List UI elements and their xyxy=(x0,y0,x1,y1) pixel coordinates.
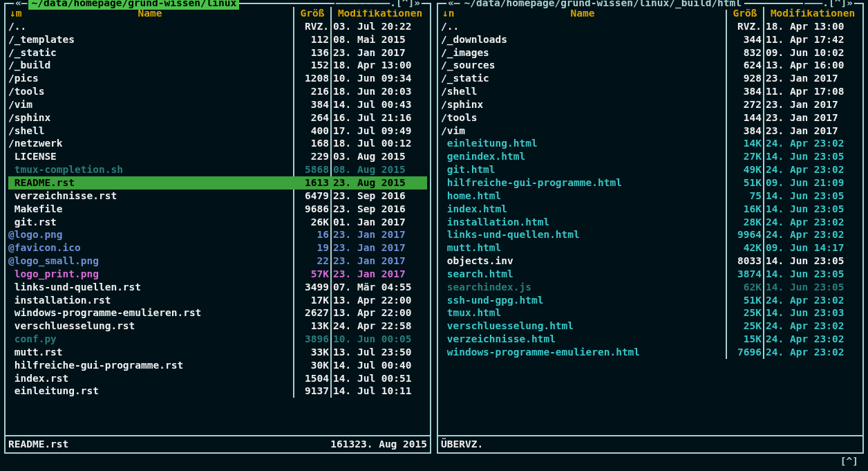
file-row[interactable]: einleitung.rst913714. Jul 10:11 xyxy=(8,385,427,398)
file-row[interactable]: /sphinx26416. Jul 21:16 xyxy=(8,111,427,124)
column-separator xyxy=(330,228,332,241)
file-row[interactable]: verzeichnisse.html15K24. Apr 23:02 xyxy=(441,333,860,346)
file-row[interactable]: LICENSE22903. Aug 2015 xyxy=(8,150,427,163)
file-row[interactable]: tmux.html25K14. Jun 23:03 xyxy=(441,306,860,320)
file-row[interactable]: windows-programme-emulieren.rst262713. A… xyxy=(8,306,427,320)
file-name: /.. xyxy=(441,20,724,33)
file-modified: 14. Jul 10:11 xyxy=(333,385,427,398)
column-separator xyxy=(763,20,764,33)
file-modified: 14. Jul 00:40 xyxy=(333,359,427,372)
file-size: 5868 xyxy=(296,163,329,176)
file-row[interactable]: genindex.html27K14. Jun 23:05 xyxy=(441,150,860,163)
file-row[interactable]: installation.html28K24. Apr 23:02 xyxy=(441,216,860,229)
file-row[interactable]: verschluesselung.rst13K24. Apr 22:58 xyxy=(8,320,427,333)
file-row[interactable]: /shell40017. Jul 09:49 xyxy=(8,124,427,138)
sort-indicator-icon[interactable]: ↓m xyxy=(10,7,21,20)
file-row[interactable]: @favicon.ico1923. Jan 2017 xyxy=(8,241,427,255)
file-row[interactable]: /_static92823. Jan 2017 xyxy=(441,72,860,85)
file-row[interactable]: home.html7514. Jun 23:05 xyxy=(441,190,860,203)
file-row[interactable]: links-und-quellen.html996424. Apr 23:02 xyxy=(441,228,860,241)
file-size: 42K xyxy=(728,241,762,255)
file-row[interactable]: hilfreiche-gui-programme.html51K09. Jun … xyxy=(441,176,860,190)
column-separator xyxy=(726,281,727,294)
file-row[interactable]: /tools21618. Jun 20:03 xyxy=(8,85,427,98)
file-row[interactable]: /shell38411. Apr 17:08 xyxy=(441,85,860,98)
file-row[interactable]: verzeichnisse.rst647923. Sep 2016 xyxy=(8,190,427,203)
file-modified: 03. Aug 2015 xyxy=(333,150,427,163)
left-file-list[interactable]: /..RVZ.03. Jul 20:22/_templates11208. Ma… xyxy=(6,20,430,435)
file-name: /shell xyxy=(8,124,292,138)
file-row[interactable]: searchindex.js62K14. Jun 23:05 xyxy=(441,281,860,294)
file-row[interactable]: installation.rst17K13. Apr 22:00 xyxy=(8,294,427,307)
header-name[interactable]: ↓n Name xyxy=(441,7,724,20)
file-size: 13K xyxy=(296,320,329,333)
file-row[interactable]: hilfreiche-gui-programme.rst30K14. Jul 0… xyxy=(8,359,427,372)
left-panel[interactable]: «— ~/data/homepage/grund-wissen/linux ——… xyxy=(4,3,431,454)
file-modified: 23. Jan 2017 xyxy=(766,72,860,85)
file-name: links-und-quellen.rst xyxy=(8,281,292,294)
file-row[interactable]: ssh-und-gpg.html51K24. Apr 23:02 xyxy=(441,294,860,307)
file-size: 216 xyxy=(296,85,329,98)
file-row[interactable]: /pics120810. Jun 09:34 xyxy=(8,72,427,85)
file-row[interactable]: objects.inv803314. Jun 23:05 xyxy=(441,255,860,268)
file-row[interactable]: mutt.rst33K13. Jul 23:50 xyxy=(8,346,427,359)
column-separator xyxy=(763,228,764,241)
file-row[interactable]: Makefile968623. Sep 2016 xyxy=(8,203,427,216)
file-row[interactable]: /_templates11208. Mai 2015 xyxy=(8,33,427,46)
file-row[interactable]: /..RVZ.03. Jul 20:22 xyxy=(8,20,427,33)
column-separator xyxy=(763,98,764,111)
file-row[interactable]: /..RVZ.18. Apr 13:00 xyxy=(441,20,860,33)
file-row[interactable]: links-und-quellen.rst349907. Mär 04:55 xyxy=(8,281,427,294)
file-row[interactable]: /vim38423. Jan 2017 xyxy=(441,124,860,138)
file-row[interactable]: windows-programme-emulieren.html769624. … xyxy=(441,346,860,359)
file-size: 15K xyxy=(728,333,762,346)
file-row[interactable]: /_build15218. Apr 13:00 xyxy=(8,59,427,72)
right-panel[interactable]: «— ~/data/homepage/grund-wissen/linux/_b… xyxy=(437,3,864,454)
file-size: 33K xyxy=(296,346,329,359)
file-row[interactable]: /_static13623. Jan 2017 xyxy=(8,46,427,59)
file-modified: 16. Jul 21:16 xyxy=(333,111,427,124)
column-separator xyxy=(330,98,332,111)
file-row[interactable]: einleitung.html14K24. Apr 23:02 xyxy=(441,137,860,150)
column-separator xyxy=(293,111,294,124)
file-row[interactable]: conf.py389610. Jun 00:05 xyxy=(8,333,427,346)
title-post-icon[interactable]: —————————.[^]» xyxy=(334,0,422,10)
file-row[interactable]: tmux-completion.sh586808. Aug 2015 xyxy=(8,163,427,176)
column-separator xyxy=(330,137,332,150)
column-separator xyxy=(726,333,727,346)
file-name: /vim xyxy=(8,98,292,111)
file-name: @favicon.ico xyxy=(8,241,292,255)
file-row[interactable]: git.html49K24. Apr 23:02 xyxy=(441,163,860,176)
column-separator xyxy=(293,372,294,385)
file-row[interactable]: index.rst150414. Jul 00:51 xyxy=(8,372,427,385)
file-row[interactable]: mutt.html42K09. Jun 14:17 xyxy=(441,241,860,255)
file-row[interactable]: /_sources62413. Apr 16:00 xyxy=(441,59,860,72)
file-row[interactable]: /netzwerk16818. Jul 00:12 xyxy=(8,137,427,150)
file-size: 136 xyxy=(296,46,329,59)
column-separator xyxy=(726,320,727,333)
file-row[interactable]: /_images83209. Jun 10:02 xyxy=(441,46,860,59)
column-separator xyxy=(293,228,294,241)
file-row[interactable]: verschluesselung.html25K24. Apr 23:02 xyxy=(441,320,860,333)
file-row[interactable]: index.html16K14. Jun 23:05 xyxy=(441,203,860,216)
file-size: 3874 xyxy=(728,268,762,281)
file-row[interactable]: @logo.png1623. Jan 2017 xyxy=(8,228,427,241)
column-separator xyxy=(330,385,332,398)
file-row[interactable]: /_downloads34411. Apr 17:42 xyxy=(441,33,860,46)
file-row[interactable]: /tools14423. Jan 2017 xyxy=(441,111,860,124)
header-name[interactable]: ↓m Name xyxy=(8,7,292,20)
right-file-list[interactable]: /..RVZ.18. Apr 13:00/_downloads34411. Ap… xyxy=(438,20,862,435)
file-modified: 23. Jan 2017 xyxy=(766,124,860,138)
title-post-icon[interactable]: ———.[^]» xyxy=(803,0,854,10)
column-separator xyxy=(293,176,294,190)
file-row[interactable]: /sphinx27223. Jan 2017 xyxy=(441,98,860,111)
file-row[interactable]: search.html387414. Jun 23:05 xyxy=(441,268,860,281)
file-row[interactable]: README.rst161323. Aug 2015 xyxy=(8,176,427,190)
file-row[interactable]: /vim38414. Jul 00:43 xyxy=(8,98,427,111)
column-separator xyxy=(763,268,764,281)
file-row[interactable]: git.rst26K01. Jan 2017 xyxy=(8,216,427,229)
file-row[interactable]: @logo_small.png2223. Jan 2017 xyxy=(8,255,427,268)
file-row[interactable]: logo_print.png57K23. Jan 2017 xyxy=(8,268,427,281)
file-name: /sphinx xyxy=(441,98,724,111)
sort-indicator-icon[interactable]: ↓n xyxy=(442,7,454,20)
